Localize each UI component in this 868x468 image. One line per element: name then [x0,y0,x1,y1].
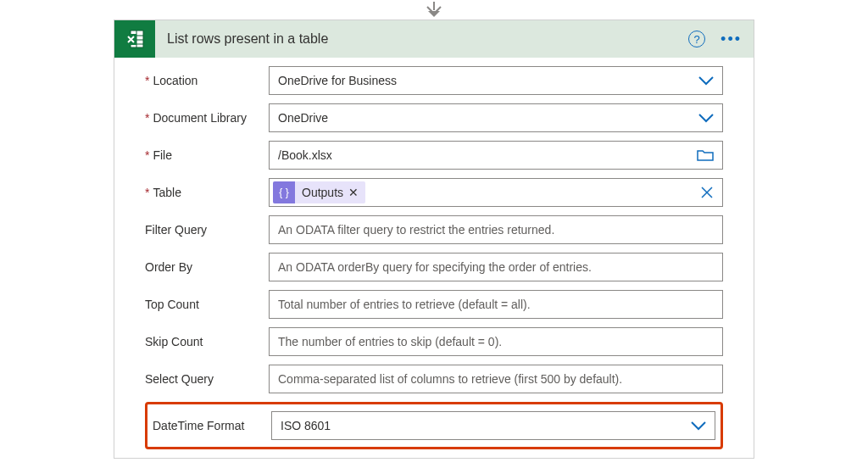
table-dropdown[interactable]: { } Outputs ✕ [269,178,723,207]
row-orderby: Order By An ODATA orderBy query for spec… [145,253,723,281]
label-location: * Location [145,74,269,87]
card-title: List rows present in a table [155,31,688,47]
label-top: Top Count [145,298,269,311]
row-table: * Table { } Outputs ✕ [145,178,723,207]
top-input[interactable]: Total number of entries to retrieve (def… [269,290,723,319]
select-input[interactable]: Comma-separated list of columns to retri… [269,365,723,393]
label-file: * File [145,148,269,162]
required-marker: * [145,111,149,125]
label-select: Select Query [145,372,269,386]
help-icon[interactable]: ? [688,31,705,47]
card-header-actions: ? ••• [688,31,754,47]
flow-arrow-down-icon [0,0,868,20]
location-dropdown[interactable]: OneDrive for Business [269,66,723,95]
folder-icon[interactable] [697,148,714,162]
row-file: * File /Book.xlsx [145,141,723,170]
chevron-down-icon [691,421,706,431]
datetime-dropdown[interactable]: ISO 8601 [271,411,715,440]
row-skip: Skip Count The number of entries to skip… [145,327,723,356]
label-orderby: Order By [145,260,269,274]
label-skip: Skip Count [145,335,269,348]
more-icon[interactable]: ••• [721,35,742,43]
label-datetime: DateTime Format [153,419,271,432]
file-input[interactable]: /Book.xlsx [269,141,723,170]
required-marker: * [145,74,149,87]
row-library: * Document Library OneDrive [145,103,723,132]
library-dropdown[interactable]: OneDrive [269,103,723,132]
required-marker: * [145,148,149,162]
excel-icon [114,20,155,58]
label-table: * Table [145,186,269,199]
required-marker: * [145,186,149,199]
clear-icon[interactable] [700,186,714,199]
token-container: { } Outputs ✕ [273,181,700,203]
skip-input[interactable]: The number of entries to skip (default =… [269,327,723,356]
row-location: * Location OneDrive for Business [145,66,723,95]
chevron-down-icon [698,75,714,86]
card-header[interactable]: List rows present in a table ? ••• [114,20,754,58]
row-filter: Filter Query An ODATA filter query to re… [145,215,723,244]
fx-icon: { } [273,181,295,203]
action-card: List rows present in a table ? ••• * Loc… [114,20,754,459]
chevron-down-icon [698,113,714,123]
orderby-input[interactable]: An ODATA orderBy query for specifying th… [269,253,723,281]
row-top: Top Count Total number of entries to ret… [145,290,723,319]
row-select: Select Query Comma-separated list of col… [145,365,723,393]
label-filter: Filter Query [145,223,269,237]
row-datetime-highlight: DateTime Format ISO 8601 [145,402,723,449]
token-remove-icon[interactable]: ✕ [347,186,359,199]
label-library: * Document Library [145,111,269,125]
filter-input[interactable]: An ODATA filter query to restrict the en… [269,215,723,244]
dynamic-content-token[interactable]: { } Outputs ✕ [273,181,365,203]
card-body: * Location OneDrive for Business * Docum… [114,58,754,458]
